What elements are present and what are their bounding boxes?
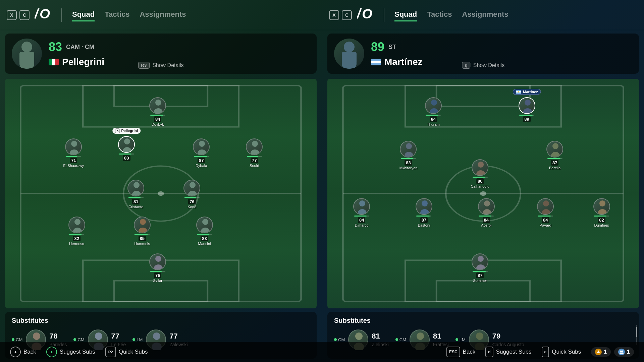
right-player-thuram[interactable]: 84 Thuram [425,97,442,126]
score-badge-people: 1 [614,347,634,357]
left-player-position: CAM · CM [66,44,94,51]
svg-point-2 [21,42,32,52]
svg-rect-58 [516,93,521,94]
score-people-value: 1 [627,349,630,355]
left-player-soule[interactable]: 77 Soulé [246,138,263,168]
left-player-hummels[interactable]: 85 Hummels [134,217,151,246]
svg-point-66 [478,162,484,168]
right-logo-divider [384,8,384,22]
svg-point-23 [133,182,140,188]
martinez-tag: Martínez [513,89,541,95]
bottom-left-actions: ● Back ▲ Suggest Subs R2 Quick Subs [10,347,148,357]
left-sub-paredes-pos: CM [12,337,22,342]
svg-rect-4 [19,52,34,64]
left-tab-tactics[interactable]: Tactics [105,8,129,21]
right-quick-subs-action[interactable]: e Quick Subs [542,347,581,357]
svg-point-60 [525,100,531,106]
right-player-sommer[interactable]: 87 Sommer [472,253,488,283]
left-player-info: 83 CAM · CM Pellegrini [49,40,104,67]
right-player-dumfries[interactable]: 82 Dumfries [593,198,610,227]
right-player-dimarco[interactable]: 84 Dimarco [353,198,370,227]
left-player-mancini[interactable]: 83 Mancini [196,217,213,246]
svg-point-77 [598,209,607,215]
svg-point-31 [202,219,208,225]
right-player-position: ST [388,44,396,51]
right-suggest-subs-btn[interactable]: d [485,347,493,357]
left-player-rating: 83 [49,40,62,54]
right-player-calhanoglu[interactable]: 86 Çalhanoğlu [471,159,489,188]
left-back-btn[interactable]: ● [10,347,21,357]
left-player-pellegrini[interactable]: ✕ Pellegrini 83 [118,136,135,161]
svg-text:/: / [357,7,362,20]
left-suggest-subs-action[interactable]: ▲ Suggest Subs [46,347,95,357]
right-player-pavard[interactable]: 84 Pavard [537,198,554,227]
main-container: X C / O Squad Tactics Assignments [0,0,644,362]
svg-point-55 [430,108,438,114]
pellegrini-tag: ✕ Pellegrini [113,128,141,134]
left-back-label: Back [23,349,36,355]
x-button[interactable]: X [7,10,17,20]
left-player-hermoso[interactable]: 82 Hermoso [68,217,85,246]
left-back-action[interactable]: ● Back [10,347,36,357]
left-sub-zalewski-rating: 77 [169,332,187,341]
left-quick-subs-action[interactable]: R2 Quick Subs [105,347,148,357]
right-show-details[interactable]: q Show Details [462,62,504,69]
left-player-dovbyk[interactable]: 84 Dovbyk [149,97,166,126]
right-player-bastoni[interactable]: 87 Bastoni [416,198,432,227]
right-c-button[interactable]: C [342,10,352,20]
right-quick-subs-btn[interactable]: e [542,347,549,357]
left-player-svilar[interactable]: 76 Svilar [149,253,166,283]
svg-point-39 [153,333,160,340]
svg-point-22 [251,149,259,155]
left-player-kone[interactable]: 76 Koné [183,180,200,209]
right-player-name: Martínez [384,57,423,67]
left-tab-squad[interactable]: Squad [72,8,95,21]
right-suggest-subs-label: Suggest Subs [496,349,532,355]
svg-point-76 [599,200,605,206]
right-back-label: Back [463,349,476,355]
right-suggest-subs-action[interactable]: d Suggest Subs [485,347,531,357]
left-player-el-shaarawy[interactable]: 71 El Shaarawy [63,138,84,168]
right-player-martinez[interactable]: Martínez 89 [519,97,535,122]
left-logo: / O [35,7,55,23]
people-icon [618,349,625,355]
svg-marker-86 [597,350,600,353]
left-suggest-subs-btn[interactable]: ▲ [46,347,57,357]
svg-point-67 [476,170,485,176]
left-tab-assignments[interactable]: Assignments [140,8,186,21]
right-tab-squad[interactable]: Squad [394,8,417,21]
right-player-acerbi[interactable]: 84 Acerbi [478,198,495,227]
svg-rect-56 [516,90,521,91]
left-player-dybala[interactable]: 87 Dybala [193,138,210,168]
right-player-barella[interactable]: 87 Barella [546,141,563,170]
right-back-btn[interactable]: ESC [446,347,460,357]
right-sub-zielinski-pos: CM [334,337,345,342]
right-substitutes-title: Substitutes [334,317,632,324]
right-player-avatar [334,39,364,69]
right-back-action[interactable]: ESC Back [446,347,475,357]
svg-point-37 [95,333,102,340]
right-quick-subs-label: Quick Subs [552,349,581,355]
c-button[interactable]: C [19,10,30,20]
svg-point-28 [73,228,82,233]
right-header: X C / O Squad Tactics Assignments [322,0,644,30]
left-player-cristante[interactable]: 81 Cristante [127,180,144,209]
right-player-rating-pos: 89 ST [371,40,423,54]
svg-point-32 [201,228,210,233]
score-arrow-value: 1 [604,349,607,355]
left-quick-subs-btn[interactable]: R2 [105,347,116,357]
right-sub-carlos-augusto-rating: 79 [492,332,524,341]
right-tab-tactics[interactable]: Tactics [427,8,452,21]
svg-point-82 [417,333,424,340]
bottom-bar: ● Back ▲ Suggest Subs R2 Quick Subs ESC … [0,342,644,362]
svg-point-80 [355,333,363,340]
right-x-button[interactable]: X [329,10,339,20]
left-sub-lefee-pos: CM [73,337,84,342]
left-show-details[interactable]: R3 Show Details [138,62,184,69]
right-show-details-hint: q [462,62,471,69]
right-player-mkhitaryan[interactable]: 83 Mkhitaryan [399,141,418,170]
left-show-details-label: Show Details [152,62,183,68]
left-player-avatar [12,39,42,69]
right-tab-assignments[interactable]: Assignments [462,8,508,21]
right-logo: / O [357,7,377,23]
